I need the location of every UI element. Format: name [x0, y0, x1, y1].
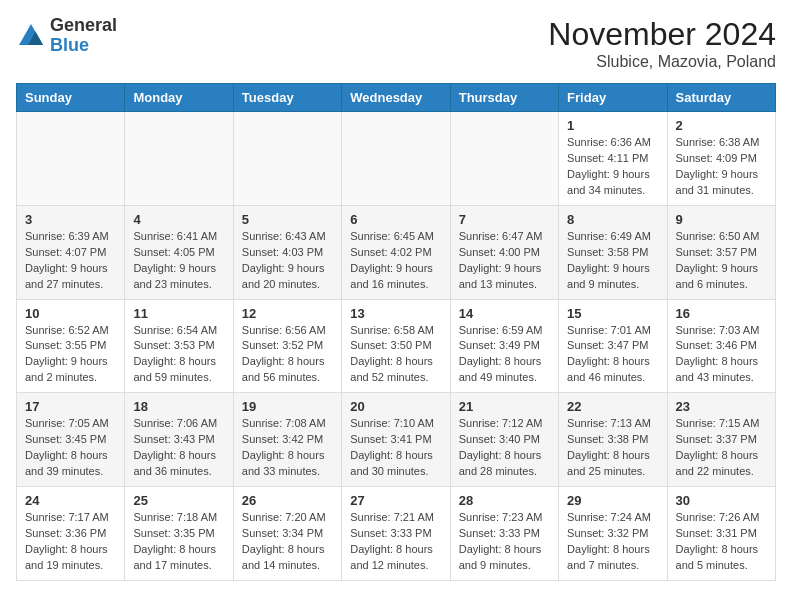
day-number: 13	[350, 306, 441, 321]
day-detail: Sunrise: 6:50 AMSunset: 3:57 PMDaylight:…	[676, 229, 767, 293]
day-number: 18	[133, 399, 224, 414]
day-number: 12	[242, 306, 333, 321]
calendar-cell: 15Sunrise: 7:01 AMSunset: 3:47 PMDayligh…	[559, 299, 667, 393]
page-title: November 2024	[548, 16, 776, 53]
page-header: General Blue November 2024 Slubice, Mazo…	[16, 16, 776, 71]
calendar-cell: 23Sunrise: 7:15 AMSunset: 3:37 PMDayligh…	[667, 393, 775, 487]
calendar-week-row: 24Sunrise: 7:17 AMSunset: 3:36 PMDayligh…	[17, 487, 776, 581]
day-number: 21	[459, 399, 550, 414]
day-number: 3	[25, 212, 116, 227]
calendar-cell: 3Sunrise: 6:39 AMSunset: 4:07 PMDaylight…	[17, 205, 125, 299]
day-detail: Sunrise: 7:05 AMSunset: 3:45 PMDaylight:…	[25, 416, 116, 480]
calendar-header-row: SundayMondayTuesdayWednesdayThursdayFrid…	[17, 84, 776, 112]
calendar-cell: 7Sunrise: 6:47 AMSunset: 4:00 PMDaylight…	[450, 205, 558, 299]
calendar-week-row: 3Sunrise: 6:39 AMSunset: 4:07 PMDaylight…	[17, 205, 776, 299]
day-detail: Sunrise: 6:45 AMSunset: 4:02 PMDaylight:…	[350, 229, 441, 293]
day-detail: Sunrise: 7:20 AMSunset: 3:34 PMDaylight:…	[242, 510, 333, 574]
day-number: 25	[133, 493, 224, 508]
day-number: 14	[459, 306, 550, 321]
day-detail: Sunrise: 7:26 AMSunset: 3:31 PMDaylight:…	[676, 510, 767, 574]
day-detail: Sunrise: 7:23 AMSunset: 3:33 PMDaylight:…	[459, 510, 550, 574]
header-sunday: Sunday	[17, 84, 125, 112]
day-detail: Sunrise: 6:36 AMSunset: 4:11 PMDaylight:…	[567, 135, 658, 199]
day-number: 7	[459, 212, 550, 227]
calendar-cell	[233, 112, 341, 206]
calendar-cell: 24Sunrise: 7:17 AMSunset: 3:36 PMDayligh…	[17, 487, 125, 581]
calendar-cell: 6Sunrise: 6:45 AMSunset: 4:02 PMDaylight…	[342, 205, 450, 299]
day-number: 27	[350, 493, 441, 508]
calendar-cell: 20Sunrise: 7:10 AMSunset: 3:41 PMDayligh…	[342, 393, 450, 487]
day-number: 24	[25, 493, 116, 508]
day-number: 6	[350, 212, 441, 227]
calendar-cell: 21Sunrise: 7:12 AMSunset: 3:40 PMDayligh…	[450, 393, 558, 487]
header-thursday: Thursday	[450, 84, 558, 112]
day-number: 28	[459, 493, 550, 508]
day-number: 26	[242, 493, 333, 508]
calendar-cell: 30Sunrise: 7:26 AMSunset: 3:31 PMDayligh…	[667, 487, 775, 581]
calendar-cell: 17Sunrise: 7:05 AMSunset: 3:45 PMDayligh…	[17, 393, 125, 487]
day-detail: Sunrise: 6:58 AMSunset: 3:50 PMDaylight:…	[350, 323, 441, 387]
day-detail: Sunrise: 7:24 AMSunset: 3:32 PMDaylight:…	[567, 510, 658, 574]
header-tuesday: Tuesday	[233, 84, 341, 112]
day-number: 20	[350, 399, 441, 414]
calendar-cell: 11Sunrise: 6:54 AMSunset: 3:53 PMDayligh…	[125, 299, 233, 393]
header-friday: Friday	[559, 84, 667, 112]
day-detail: Sunrise: 7:13 AMSunset: 3:38 PMDaylight:…	[567, 416, 658, 480]
day-detail: Sunrise: 7:06 AMSunset: 3:43 PMDaylight:…	[133, 416, 224, 480]
calendar-cell: 5Sunrise: 6:43 AMSunset: 4:03 PMDaylight…	[233, 205, 341, 299]
day-detail: Sunrise: 7:10 AMSunset: 3:41 PMDaylight:…	[350, 416, 441, 480]
calendar-cell: 8Sunrise: 6:49 AMSunset: 3:58 PMDaylight…	[559, 205, 667, 299]
day-detail: Sunrise: 6:59 AMSunset: 3:49 PMDaylight:…	[459, 323, 550, 387]
calendar-cell: 12Sunrise: 6:56 AMSunset: 3:52 PMDayligh…	[233, 299, 341, 393]
calendar-cell: 28Sunrise: 7:23 AMSunset: 3:33 PMDayligh…	[450, 487, 558, 581]
day-number: 9	[676, 212, 767, 227]
calendar-cell: 22Sunrise: 7:13 AMSunset: 3:38 PMDayligh…	[559, 393, 667, 487]
logo: General Blue	[16, 16, 117, 56]
calendar-cell: 10Sunrise: 6:52 AMSunset: 3:55 PMDayligh…	[17, 299, 125, 393]
day-number: 29	[567, 493, 658, 508]
day-number: 10	[25, 306, 116, 321]
calendar-cell: 25Sunrise: 7:18 AMSunset: 3:35 PMDayligh…	[125, 487, 233, 581]
calendar-cell: 14Sunrise: 6:59 AMSunset: 3:49 PMDayligh…	[450, 299, 558, 393]
day-detail: Sunrise: 7:21 AMSunset: 3:33 PMDaylight:…	[350, 510, 441, 574]
header-saturday: Saturday	[667, 84, 775, 112]
calendar-cell: 18Sunrise: 7:06 AMSunset: 3:43 PMDayligh…	[125, 393, 233, 487]
day-detail: Sunrise: 7:15 AMSunset: 3:37 PMDaylight:…	[676, 416, 767, 480]
calendar-cell: 26Sunrise: 7:20 AMSunset: 3:34 PMDayligh…	[233, 487, 341, 581]
day-number: 23	[676, 399, 767, 414]
day-number: 4	[133, 212, 224, 227]
logo-text: General Blue	[50, 16, 117, 56]
day-detail: Sunrise: 6:43 AMSunset: 4:03 PMDaylight:…	[242, 229, 333, 293]
logo-icon	[16, 21, 46, 51]
calendar-cell	[342, 112, 450, 206]
calendar-week-row: 17Sunrise: 7:05 AMSunset: 3:45 PMDayligh…	[17, 393, 776, 487]
day-number: 22	[567, 399, 658, 414]
day-detail: Sunrise: 7:17 AMSunset: 3:36 PMDaylight:…	[25, 510, 116, 574]
day-detail: Sunrise: 7:03 AMSunset: 3:46 PMDaylight:…	[676, 323, 767, 387]
day-detail: Sunrise: 7:18 AMSunset: 3:35 PMDaylight:…	[133, 510, 224, 574]
day-detail: Sunrise: 7:08 AMSunset: 3:42 PMDaylight:…	[242, 416, 333, 480]
calendar-table: SundayMondayTuesdayWednesdayThursdayFrid…	[16, 83, 776, 581]
day-number: 16	[676, 306, 767, 321]
day-number: 19	[242, 399, 333, 414]
day-detail: Sunrise: 6:39 AMSunset: 4:07 PMDaylight:…	[25, 229, 116, 293]
calendar-cell	[17, 112, 125, 206]
calendar-cell: 13Sunrise: 6:58 AMSunset: 3:50 PMDayligh…	[342, 299, 450, 393]
day-number: 5	[242, 212, 333, 227]
calendar-cell: 27Sunrise: 7:21 AMSunset: 3:33 PMDayligh…	[342, 487, 450, 581]
calendar-cell: 9Sunrise: 6:50 AMSunset: 3:57 PMDaylight…	[667, 205, 775, 299]
day-number: 1	[567, 118, 658, 133]
day-detail: Sunrise: 6:38 AMSunset: 4:09 PMDaylight:…	[676, 135, 767, 199]
calendar-cell: 2Sunrise: 6:38 AMSunset: 4:09 PMDaylight…	[667, 112, 775, 206]
title-area: November 2024 Slubice, Mazovia, Poland	[548, 16, 776, 71]
calendar-week-row: 10Sunrise: 6:52 AMSunset: 3:55 PMDayligh…	[17, 299, 776, 393]
day-detail: Sunrise: 7:01 AMSunset: 3:47 PMDaylight:…	[567, 323, 658, 387]
day-detail: Sunrise: 6:52 AMSunset: 3:55 PMDaylight:…	[25, 323, 116, 387]
day-detail: Sunrise: 6:56 AMSunset: 3:52 PMDaylight:…	[242, 323, 333, 387]
calendar-cell: 16Sunrise: 7:03 AMSunset: 3:46 PMDayligh…	[667, 299, 775, 393]
page-subtitle: Slubice, Mazovia, Poland	[548, 53, 776, 71]
calendar-cell: 29Sunrise: 7:24 AMSunset: 3:32 PMDayligh…	[559, 487, 667, 581]
day-number: 11	[133, 306, 224, 321]
day-number: 2	[676, 118, 767, 133]
day-detail: Sunrise: 6:47 AMSunset: 4:00 PMDaylight:…	[459, 229, 550, 293]
